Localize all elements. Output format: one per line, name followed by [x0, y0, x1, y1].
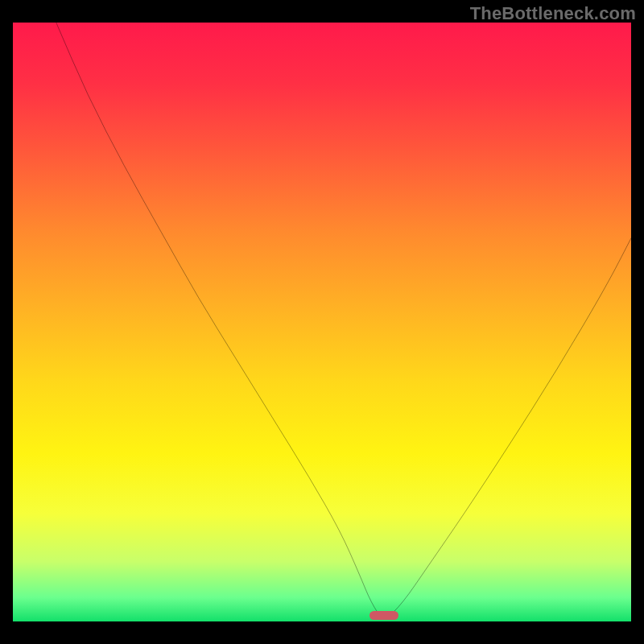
chart-frame: TheBottleneck.com: [0, 0, 644, 644]
bottleneck-curve: [13, 23, 631, 621]
curve-path: [56, 23, 631, 617]
optimum-marker: [369, 611, 398, 620]
watermark-text: TheBottleneck.com: [470, 3, 636, 24]
plot-area: [13, 23, 631, 621]
